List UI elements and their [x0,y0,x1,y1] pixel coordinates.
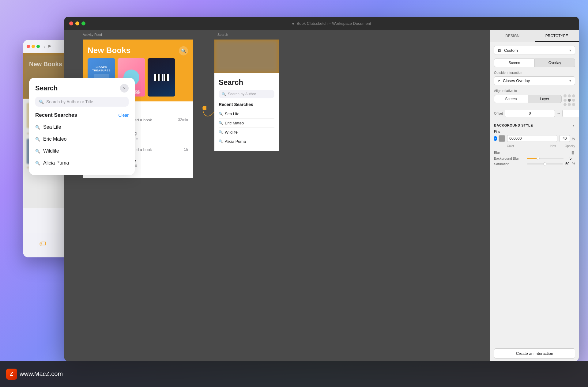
recent-item-1[interactable]: 🔍 Sea Life [35,121,129,133]
nav-back-arrow[interactable]: ‹ [43,44,45,49]
tab-prototype[interactable]: PROTOTYPE [535,30,579,42]
phone-maximize-btn[interactable] [36,45,40,48]
search-recent-3[interactable]: 🔍 Wildlife [219,128,274,137]
phone-minimize-btn[interactable] [32,45,35,48]
bottom-bar: Z www.MacZ.com [0,361,588,387]
align-dot-tr [572,94,575,97]
screen-overlay-row: Screen Overlay [494,59,575,67]
fill-color-sublabel: Color [507,144,546,148]
bg-style-label: BACKGROUND STYLE [494,123,533,127]
sketch-titlebar: ● Book Club.sketch – Workspace Document [64,17,579,30]
search-input-container[interactable]: 🔍 Search by Author or Title [35,97,129,107]
fill-color-swatch[interactable] [499,135,505,142]
book1-title: HIDDEN TREASURES [90,66,113,72]
phone-traffic-lights [27,45,40,48]
piano-keys [154,74,169,81]
screen-button[interactable]: Screen [494,59,535,67]
bg-blur-thumb[interactable] [537,157,540,160]
search-recent-icon-3: 🔍 [219,130,223,134]
artboard-new-books-title: New Books [88,46,188,55]
sketch-close-btn[interactable] [69,21,73,25]
bg-style-chevron-icon[interactable]: ▼ [572,124,575,127]
saturation-track[interactable] [527,163,563,165]
sketch-traffic-lights [69,21,85,25]
recent-search-icon-4: 🔍 [35,161,40,165]
saturation-label: Saturation [494,162,525,166]
align-section: Align relative to Screen Layer [494,89,575,106]
recent-item-text-2: Eric Mateo [43,136,66,142]
search-artboard-header-bg [214,40,279,73]
phone-close-btn[interactable] [27,45,30,48]
clear-searches-button[interactable]: Clear [119,113,129,118]
fill-opacity-sublabel: Opacity [560,144,575,148]
align-dot-mc [568,99,571,102]
sketch-maximize-btn[interactable] [81,21,85,25]
offset-y-input[interactable] [562,110,579,117]
custom-dropdown-inner: 🖥 Custom [497,48,518,53]
search-recent-4[interactable]: 🔍 Alicia Puma [219,137,274,146]
fills-section: Fills ✓ % Color Hex Opacity [494,130,575,148]
search-screen-title: Search [219,78,274,87]
align-dot-ml [564,99,567,102]
outside-interaction-label: Outside Interaction [494,71,575,74]
close-x-icon: × [123,86,126,91]
search-recent-2[interactable]: 🔍 Eric Mateo [219,119,274,128]
align-screen-button[interactable]: Screen [494,95,528,103]
search-recent-icon-1: 🔍 [219,112,223,116]
chevron-down-icon: ▼ [569,49,572,52]
review1-time: 32min [178,118,188,122]
search-overlay-header: Search × [35,84,129,93]
tab-bookmarks[interactable]: 🏷 [39,240,46,248]
blur-delete-icon[interactable]: 🗑 [571,150,575,155]
recent-item-3[interactable]: 🔍 Wildlife [35,145,129,157]
align-dot-bl [564,103,567,106]
search-artboard-placeholder: Search by Author [228,92,256,96]
fills-row: ✓ % [494,135,575,142]
custom-dropdown[interactable]: 🖥 Custom ▼ [494,46,575,55]
blur-section: Blur 🗑 Background Blur 5 Sa [494,150,575,166]
bg-blur-row: Background Blur 5 [494,156,575,161]
saturation-percent-symbol: % [572,162,575,166]
right-panel: DESIGN PROTOTYPE 🖥 Custom ▼ [490,30,579,361]
overlay-button[interactable]: Overlay [535,59,575,67]
recent-item-text-4: Alicia Puma [43,160,69,166]
bg-blur-value: 5 [566,156,575,161]
saturation-row: Saturation 50 % [494,162,575,166]
search-artboard-inner: Search 🔍 Search by Author Recent Searche… [214,40,279,151]
align-layer-button[interactable]: Layer [528,95,562,103]
outside-interaction-dropdown[interactable]: 🖱 Closes Overlay ▼ [494,76,575,85]
recent-search-icon-2: 🔍 [35,137,40,142]
fill-hex-input[interactable] [507,135,557,142]
outside-chevron-icon: ▼ [569,79,572,82]
panel-divider-1 [490,121,579,121]
saturation-thumb[interactable] [543,162,546,165]
recent-item-text-1: Sea Life [43,124,61,130]
bg-blur-track[interactable] [527,158,564,159]
align-row: Screen Layer [494,94,575,106]
align-dot-br [572,103,575,106]
recent-search-icon-1: 🔍 [35,125,40,130]
offset-x-input[interactable] [505,110,555,117]
sketch-modified-dot: ● [292,21,294,26]
search-recent-text-1: Sea Life [225,112,239,116]
tab-design[interactable]: DESIGN [490,30,535,42]
search-recent-1[interactable]: 🔍 Sea Life [219,109,274,119]
bookmarks-tab-icon: 🏷 [39,240,46,248]
fills-label: Fills [494,130,575,133]
fill-checkbox[interactable]: ✓ [494,136,497,141]
fill-opacity-input[interactable] [559,135,570,142]
phone-bookmark-icon[interactable]: ⚑ [47,44,51,49]
saturation-value: 50 [565,162,569,166]
macz-text: www.MacZ.com [20,370,63,378]
recent-search-icon-3: 🔍 [35,149,40,154]
offset-label: Offset [494,112,503,115]
artboard-search-icon[interactable]: 🔍 [179,46,188,55]
search-close-button[interactable]: × [120,84,129,93]
fill-percent-label: % [572,136,575,141]
search-artboard-input[interactable]: 🔍 Search by Author [219,90,274,98]
sketch-minimize-btn[interactable] [75,21,79,25]
search-artboard-icon: 🔍 [222,92,226,96]
recent-item-4[interactable]: 🔍 Alicia Puma [35,157,129,169]
create-interaction-button[interactable]: Create an Interaction [494,348,575,359]
recent-item-2[interactable]: 🔍 Eric Mateo [35,133,129,145]
